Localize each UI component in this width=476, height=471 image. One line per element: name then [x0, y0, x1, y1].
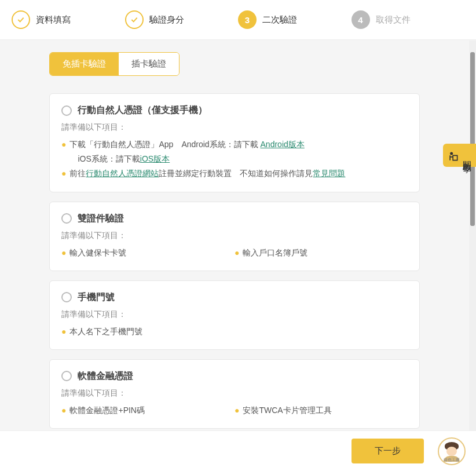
tutorial-side-tab[interactable]: 開啟教學 — [443, 144, 476, 167]
check-icon — [125, 10, 144, 29]
option-title: 行動自然人憑證（僅支援手機） — [78, 104, 207, 116]
prepare-label: 請準備以下項目： — [61, 388, 408, 399]
step-4-label: 取得文件 — [376, 14, 411, 25]
option-title: 手機門號 — [78, 291, 115, 304]
radio-icon[interactable] — [61, 371, 72, 381]
prepare-label: 請準備以下項目： — [61, 309, 408, 320]
tab-card[interactable]: 插卡驗證 — [119, 53, 179, 75]
radio-icon[interactable] — [61, 292, 72, 302]
option-phone[interactable]: 手機門號 請準備以下項目： ●本人名下之手機門號 — [49, 280, 420, 350]
option-software-cert[interactable]: 軟體金融憑證 請準備以下項目： ●軟體金融憑證+PIN碼 ●安裝TWCA卡片管理… — [49, 359, 420, 429]
link-ios[interactable]: iOS版本 — [140, 154, 170, 163]
bullet-icon: ● — [61, 246, 66, 260]
stepper: 資料填寫 驗證身分 3 二次驗證 4 取得文件 — [0, 0, 476, 40]
scrollbar-thumb[interactable] — [470, 52, 475, 226]
option-title: 軟體金融憑證 — [78, 370, 133, 382]
option-dual-id[interactable]: 雙證件驗證 請準備以下項目： ●輸入健保卡卡號 ●輸入戶口名簿戶號 — [49, 202, 420, 271]
bullet-icon: ● — [61, 324, 66, 339]
step-2: 驗證身分 — [125, 10, 239, 29]
footer: 下一步 — [0, 430, 476, 471]
bullet-icon: ● — [61, 403, 66, 418]
link-android[interactable]: Android版本 — [261, 140, 305, 149]
tab-no-card[interactable]: 免插卡驗證 — [50, 53, 119, 75]
bullet-icon: ● — [61, 166, 66, 181]
bullet-icon: ● — [235, 403, 239, 418]
teacher-icon — [448, 151, 459, 162]
option-title: 雙證件驗證 — [78, 213, 124, 225]
step-3-label: 二次驗證 — [262, 14, 297, 25]
option-mobile-cert[interactable]: 行動自然人憑證（僅支援手機） 請準備以下項目： ● 下載「行動自然人憑證」App… — [49, 93, 420, 192]
svg-point-0 — [450, 152, 453, 155]
radio-icon[interactable] — [61, 105, 72, 116]
step-4: 4 取得文件 — [351, 10, 465, 29]
step-3: 3 二次驗證 — [238, 10, 351, 29]
bullet-icon: ● — [61, 137, 66, 152]
step-3-number: 3 — [238, 10, 257, 29]
main-scroll[interactable]: 免插卡驗證 插卡驗證 行動自然人憑證（僅支援手機） 請準備以下項目： ● 下載「… — [0, 41, 469, 430]
step-1: 資料填寫 — [12, 10, 125, 29]
step-2-label: 驗證身分 — [149, 14, 184, 25]
step-1-label: 資料填寫 — [36, 14, 71, 25]
check-icon — [12, 10, 30, 29]
page-scrollbar[interactable] — [469, 41, 476, 430]
step-4-number: 4 — [351, 10, 370, 29]
assistant-avatar[interactable]: 綠色工廠 — [438, 437, 466, 465]
bullet-icon: ● — [235, 246, 239, 260]
verify-tabs: 免插卡驗證 插卡驗證 — [49, 52, 180, 76]
radio-icon[interactable] — [61, 213, 72, 224]
prepare-label: 請準備以下項目： — [61, 231, 408, 241]
next-button[interactable]: 下一步 — [351, 439, 424, 463]
prepare-label: 請準備以下項目： — [61, 122, 408, 133]
link-cert-site[interactable]: 行動自然人憑證網站 — [86, 169, 159, 178]
link-faq[interactable]: 常見問題 — [313, 169, 345, 178]
